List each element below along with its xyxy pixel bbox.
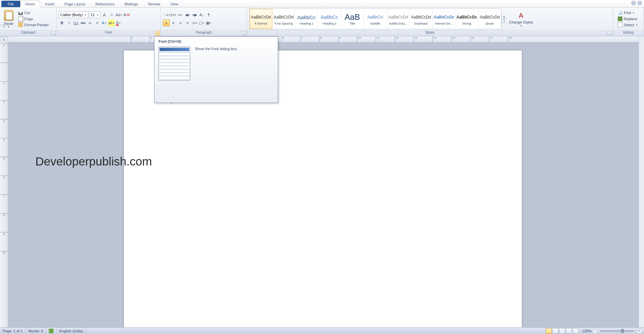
strikethrough-button[interactable]: abc <box>80 20 87 26</box>
window-controls: ^ ? <box>631 1 642 5</box>
view-outline[interactable] <box>566 328 572 334</box>
group-clipboard: Paste ▼ Cut Copy Format Painter Clipboar… <box>0 7 57 36</box>
copy-button[interactable]: Copy <box>17 16 50 22</box>
styles-row-down[interactable]: ▼ <box>502 17 506 20</box>
style-name: Title <box>349 22 355 25</box>
highlight-button[interactable]: ab▼ <box>108 20 115 26</box>
view-print-layout[interactable] <box>546 328 552 334</box>
clear-formatting-button[interactable]: A⌫ <box>123 11 130 18</box>
view-full-screen[interactable] <box>552 328 558 334</box>
zoom-level[interactable]: 120% <box>582 329 591 333</box>
styles-row-up[interactable]: ▲ <box>502 15 506 17</box>
select-button[interactable]: Select▼ <box>617 22 639 28</box>
show-marks-button[interactable]: ¶ <box>205 11 212 18</box>
cut-button[interactable]: Cut <box>17 10 50 15</box>
tab-home[interactable]: Home <box>20 1 40 7</box>
ruler-tick: 3 <box>0 119 8 138</box>
shrink-font-button[interactable]: A <box>108 11 115 18</box>
change-case-button[interactable]: Aa▼ <box>116 11 123 18</box>
replace-icon <box>618 16 622 21</box>
font-color-button[interactable]: A▼ <box>115 20 122 26</box>
style-item-2[interactable]: AaBbCcHeading 1 <box>295 9 318 29</box>
zoom-in-button[interactable]: + <box>637 328 642 334</box>
style-item-8[interactable]: AaBbCcDcIntense Em... <box>433 9 455 29</box>
style-preview: AaBbCcDc <box>456 12 477 22</box>
shading-button[interactable]: ▢▼ <box>198 20 205 26</box>
find-button[interactable]: Find▼ <box>617 10 639 15</box>
align-right-button[interactable]: ≡ <box>177 20 184 26</box>
zoom-out-button[interactable]: − <box>592 328 598 334</box>
numbering-button[interactable]: 1≡▼ <box>170 11 177 18</box>
underline-button[interactable]: U▼ <box>73 20 79 26</box>
styles-expand[interactable]: ▾ <box>502 20 506 23</box>
horizontal-ruler[interactable]: 21123456789101112131415161718 <box>8 36 639 42</box>
clipboard-group-label: Clipboard↘ <box>0 30 56 36</box>
tab-references[interactable]: References <box>90 1 119 7</box>
view-draft[interactable] <box>573 328 579 334</box>
style-name: Emphasis <box>414 22 428 25</box>
font-launcher-tooltip: Font (Ctrl+D) Show the Font dialog box. <box>154 36 278 103</box>
tab-view[interactable]: View <box>165 1 183 7</box>
align-center-button[interactable]: ≡ <box>170 20 177 26</box>
style-item-7[interactable]: AaBbCcDdEmphasis <box>410 9 433 29</box>
subscript-button[interactable]: x₂ <box>87 20 94 26</box>
style-preview: AaBbCci <box>367 12 383 22</box>
cut-icon <box>18 10 23 15</box>
multilevel-button[interactable]: ≡▼ <box>177 11 184 18</box>
style-preview: AaBbCcDd <box>480 12 500 22</box>
font-launcher[interactable]: ↘ <box>156 31 160 35</box>
format-painter-button[interactable]: Format Painter <box>17 22 50 28</box>
style-item-6[interactable]: AaBbCcDdSubtle Emp... <box>387 9 410 29</box>
styles-launcher[interactable]: ↘ <box>608 31 612 35</box>
style-item-5[interactable]: AaBbCciSubtitle <box>364 9 387 29</box>
zoom-slider-thumb[interactable] <box>621 329 624 333</box>
paste-icon <box>4 10 13 21</box>
tab-page-layout[interactable]: Page Layout <box>60 1 91 7</box>
text-effects-button[interactable]: A▼ <box>101 20 108 26</box>
change-styles-button[interactable]: A Change Styles ▼ <box>506 9 536 28</box>
minimize-ribbon-icon[interactable]: ^ <box>631 1 636 5</box>
font-size-combo[interactable]: 11▼ <box>89 11 100 18</box>
tab-mailings[interactable]: Mailings <box>120 1 143 7</box>
view-web-layout[interactable] <box>559 328 565 334</box>
status-language[interactable]: English (India) <box>57 328 86 334</box>
status-bar: Page: 1 of 1 Words: 0 English (India) 12… <box>0 327 644 334</box>
format-painter-icon <box>18 23 23 27</box>
style-item-4[interactable]: AaBTitle <box>341 9 364 29</box>
vertical-ruler[interactable]: 2112345678910 <box>0 42 8 327</box>
font-name-combo[interactable]: Calibri (Body)▼ <box>59 11 88 18</box>
style-item-3[interactable]: AaBbCcHeading 2 <box>318 9 341 29</box>
style-item-1[interactable]: AaBbCcDd¶ No Spacing <box>272 9 295 29</box>
justify-button[interactable]: ≡ <box>184 20 191 26</box>
ruler-tick: 1 <box>0 81 8 100</box>
sort-button[interactable]: A↓ <box>198 11 205 18</box>
italic-button[interactable]: I <box>66 20 72 26</box>
replace-button[interactable]: Replace <box>617 16 639 22</box>
increase-indent-button[interactable]: ≡▶ <box>191 11 198 18</box>
grow-font-button[interactable]: A <box>101 11 108 18</box>
bold-button[interactable]: B <box>59 20 65 26</box>
tab-file[interactable]: File <box>1 1 20 7</box>
borders-button[interactable]: ▦▼ <box>205 20 212 26</box>
style-preview: AaBbCcDd <box>388 12 408 22</box>
ruler-tick: 8 <box>0 213 8 232</box>
align-left-button[interactable]: ≡ <box>163 20 170 26</box>
zoom-slider[interactable] <box>600 330 634 332</box>
status-words[interactable]: Words: 0 <box>26 328 46 334</box>
tab-insert[interactable]: Insert <box>40 1 60 7</box>
style-item-0[interactable]: AaBbCcDd¶ Normal <box>249 9 272 29</box>
style-item-9[interactable]: AaBbCcDcStrong <box>455 9 478 29</box>
line-spacing-button[interactable]: ↕≡▼ <box>191 20 198 26</box>
clipboard-launcher[interactable]: ↘ <box>51 31 56 35</box>
paragraph-launcher[interactable]: ↘ <box>242 31 246 35</box>
style-item-10[interactable]: AaBbCcDdQuote <box>478 9 501 29</box>
tab-review[interactable]: Review <box>143 1 165 7</box>
help-icon[interactable]: ? <box>637 1 642 5</box>
status-page[interactable]: Page: 1 of 1 <box>0 328 26 334</box>
bullets-button[interactable]: ⋮≡▼ <box>163 11 170 18</box>
decrease-indent-button[interactable]: ◀≡ <box>184 11 191 18</box>
style-preview: AaBbCcDd <box>274 12 294 22</box>
vertical-scrollbar[interactable] <box>639 36 644 327</box>
status-proofing[interactable] <box>46 328 57 334</box>
superscript-button[interactable]: x² <box>94 20 101 26</box>
